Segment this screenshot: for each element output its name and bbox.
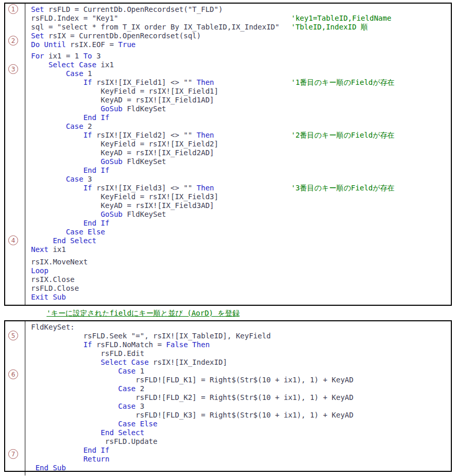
code-text: End Select — [31, 236, 96, 245]
code-text: Select Case ix1 — [31, 61, 114, 69]
code-area-subroutine: FldKeySet:5rsFLD.Seek "=", rsIX![IX_Tabl… — [31, 321, 451, 472]
code-text: Case 2 — [31, 384, 144, 393]
code-line: rsFLD![FLD_K3] = Right$(Str$(10 + ix1), … — [31, 411, 451, 420]
code-line: End If — [31, 166, 451, 175]
inline-comment: '3番目のキー順のFieldが存在 — [291, 184, 394, 192]
circled-number-3: 3 — [8, 64, 18, 74]
code-line: If rsIX![IX_Field1] <> "" Then'1番目のキー順のF… — [31, 78, 451, 87]
code-text: Case Else — [31, 228, 105, 236]
code-text: GoSub FldKeySet — [31, 210, 166, 218]
code-text: FldKeySet: — [31, 323, 74, 331]
code-text: End Sub — [31, 464, 66, 472]
circled-number-4: 4 — [8, 235, 18, 245]
code-line: GoSub FldKeySet — [31, 210, 451, 219]
code-text: End If — [31, 166, 110, 174]
code-line: Loop — [31, 266, 451, 275]
code-text: Set rsFLD = CurrentDb.OpenRecordset("T_F… — [31, 5, 223, 13]
code-text: KeyAD = rsIX![IX_Field2AD] — [31, 148, 214, 157]
code-text: KeyAD = rsIX![IX_Field1AD] — [31, 96, 214, 104]
code-line: KeyField = rsIX![IX_Field3] — [31, 192, 451, 201]
code-text: KeyField = rsIX![IX_Field2] — [31, 140, 218, 148]
main-code-panel: 1Set rsFLD = CurrentDb.OpenRecordset("T_… — [4, 3, 452, 306]
subroutine-code-panel: FldKeySet:5rsFLD.Seek "=", rsIX![IX_Tabl… — [4, 320, 452, 472]
code-line: End If — [31, 219, 451, 228]
code-text: rsFLD.Seek "=", rsIX![IX_TableID], KeyFi… — [31, 332, 271, 340]
code-line: Exit Sub — [31, 293, 451, 302]
code-text: rsIX.MoveNext — [31, 258, 88, 266]
section-comment: 'キーに設定されたfieldにキー順と並び (AorD) を登録 — [47, 309, 239, 318]
code-text: Case Else — [31, 420, 157, 428]
code-line: KeyAD = rsIX![IX_Field3AD] — [31, 201, 451, 210]
code-line: Case Else — [31, 420, 451, 428]
code-line: 5rsFLD.Seek "=", rsIX![IX_TableID], KeyF… — [31, 332, 451, 340]
code-line: Case Else — [31, 228, 451, 236]
circled-number-6: 6 — [8, 369, 18, 379]
code-text: KeyAD = rsIX![IX_Field3AD] — [31, 201, 214, 210]
code-line: 3Case 1 — [31, 69, 451, 78]
inline-comment: '1番目のキー順のFieldが存在 — [291, 78, 394, 87]
code-listing-page: 1Set rsFLD = CurrentDb.OpenRecordset("T_… — [0, 0, 456, 476]
code-text: rsFLD![FLD_K3] = Right$(Str$(10 + ix1), … — [31, 411, 354, 419]
code-line: 1Set rsFLD = CurrentDb.OpenRecordset("T_… — [31, 5, 451, 14]
code-text: rsFLD![FLD_K1] = Right$(Str$(10 + ix1), … — [31, 376, 354, 384]
circled-number-1: 1 — [8, 4, 18, 14]
code-text: End If — [31, 113, 110, 122]
code-text: Case 1 — [31, 367, 144, 375]
code-text: End If — [31, 446, 110, 454]
code-text: Loop — [31, 266, 49, 275]
code-line: 2Do Until rsIX.EOF = True — [31, 40, 451, 49]
code-line: Case 2 — [31, 122, 451, 131]
code-line: End Select — [31, 428, 451, 437]
circled-number-2: 2 — [8, 36, 18, 46]
code-line: rsIX.MoveNext — [31, 258, 451, 266]
inline-comment: 'TbleID,IndexID 順 — [291, 23, 368, 32]
code-line: Set rsIX = CurrentDb.OpenRecordset(sql) — [31, 32, 451, 40]
code-line: FldKeySet: — [31, 323, 451, 332]
circled-number-5: 5 — [8, 331, 18, 340]
code-line: End Sub — [31, 464, 451, 472]
code-text: sql = "select * from T_IX order By IX_Ta… — [31, 23, 279, 31]
circled-number-7: 7 — [8, 449, 18, 459]
code-area-main: 1Set rsFLD = CurrentDb.OpenRecordset("T_… — [31, 4, 451, 302]
code-line: rsFLD![FLD_K2] = Right$(Str$(10 + ix1), … — [31, 393, 451, 402]
code-text: Exit Sub — [31, 293, 66, 301]
code-line: 4End Select — [31, 236, 451, 245]
code-text: End If — [31, 219, 110, 227]
code-text: If rsIX![IX_Field1] <> "" Then — [31, 78, 214, 86]
code-line: Case 3 — [31, 175, 451, 184]
code-text: End Select — [31, 428, 144, 437]
code-line: KeyField = rsIX![IX_Field1] — [31, 87, 451, 96]
code-line: rsFLD.Index = "Key1"'key1=TableID,FieldN… — [31, 14, 451, 23]
code-line: End If — [31, 113, 451, 122]
code-text: rsFLD.Index = "Key1" — [31, 14, 118, 22]
code-text: Select Case rsIX![IX_IndexID] — [31, 358, 227, 366]
code-text: If rsFLD.NoMatch = False Then — [31, 340, 210, 349]
code-text: For ix1 = 1 To 3 — [31, 52, 101, 60]
code-line: If rsIX![IX_Field3] <> "" Then'3番目のキー順のF… — [31, 184, 451, 192]
code-line: rsFLD.Update — [31, 437, 451, 446]
code-line: sql = "select * from T_IX order By IX_Ta… — [31, 23, 451, 32]
code-line: Select Case ix1 — [31, 61, 451, 69]
gutter-divider-line — [25, 321, 25, 475]
code-text: GoSub FldKeySet — [31, 157, 166, 166]
code-line: Case 2 — [31, 384, 451, 393]
code-line: Select Case rsIX![IX_IndexID] — [31, 358, 451, 367]
code-line: GoSub FldKeySet — [31, 105, 451, 113]
code-text: rsFLD.Close — [31, 284, 79, 292]
code-line: Next ix1 — [31, 245, 451, 254]
code-line: rsIX.Close — [31, 275, 451, 284]
code-text: If rsIX![IX_Field3] <> "" Then — [31, 184, 214, 192]
code-text: GoSub FldKeySet — [31, 105, 166, 113]
code-text: rsFLD![FLD_K2] = Right$(Str$(10 + ix1), … — [31, 393, 354, 401]
code-text: Case 3 — [31, 175, 92, 183]
code-text: Do Until rsIX.EOF = True — [31, 40, 135, 49]
code-line: rsFLD.Edit — [31, 349, 451, 358]
code-text: rsFLD.Edit — [31, 349, 144, 358]
code-line: For ix1 = 1 To 3 — [31, 52, 451, 61]
code-text: Case 1 — [31, 69, 92, 78]
code-text: rsFLD.Update — [31, 437, 157, 445]
code-line: KeyAD = rsIX![IX_Field2AD] — [31, 148, 451, 157]
inline-comment: '2番目のキー順のFieldが存在 — [291, 131, 394, 140]
code-line: Case 1 — [31, 367, 451, 376]
code-text: Return — [31, 455, 110, 463]
